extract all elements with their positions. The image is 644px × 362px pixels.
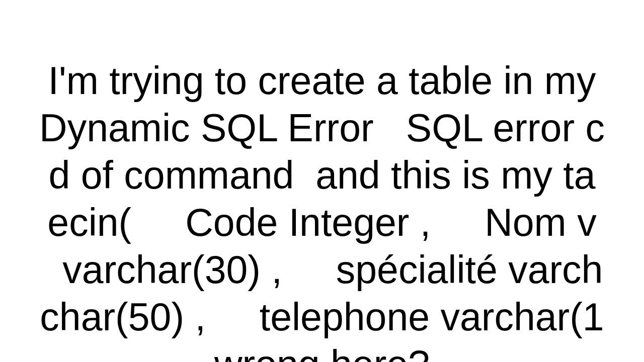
line-4: ecin( Code Integer , Nom v xyxy=(47,201,596,244)
line-5: varchar(30) , spécialité varch xyxy=(41,248,603,291)
text-block: I'm trying to create a table in my Dynam… xyxy=(39,10,605,362)
line-3: d of command and this is my ta xyxy=(48,153,595,197)
line-7: wrong here? xyxy=(214,342,430,362)
line-6: char(50) , telephone varchar(1 xyxy=(40,295,604,338)
line-1: I'm trying to create a table in my xyxy=(48,59,596,102)
line-2: Dynamic SQL Error SQL error c xyxy=(39,106,605,149)
